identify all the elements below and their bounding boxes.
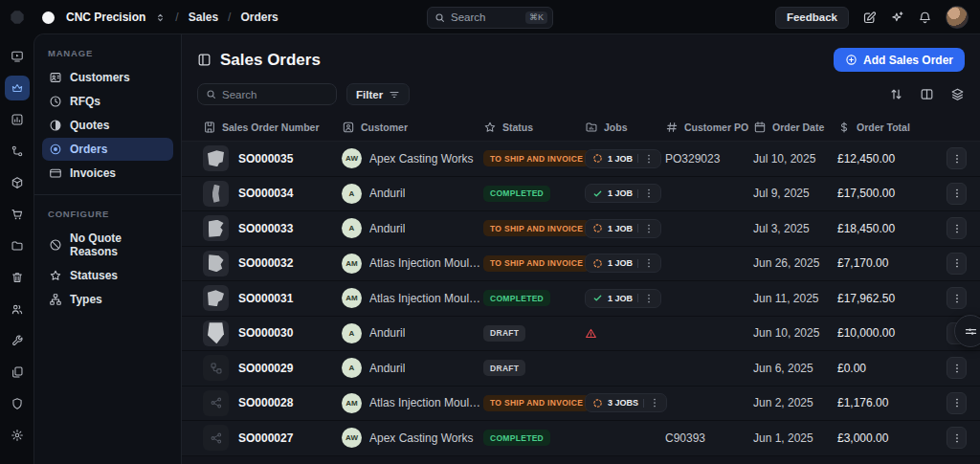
row-menu-button[interactable] <box>947 392 967 414</box>
filter-button[interactable]: Filter <box>346 83 410 105</box>
compose-icon[interactable] <box>862 11 877 25</box>
row-menu-button[interactable] <box>947 253 967 275</box>
sales-order-number[interactable]: SO000029 <box>238 362 293 375</box>
table-row[interactable]: SO000030 A Anduril DRAFT Jun 10, 2025 £1… <box>182 317 980 352</box>
jobs-chip[interactable]: 1 JOB <box>585 184 661 203</box>
jobs-chip[interactable]: 3 JOBS <box>585 393 667 412</box>
rail-item-settings[interactable] <box>5 423 30 448</box>
customer-name[interactable]: Anduril <box>369 326 405 340</box>
sidebar-item-customers[interactable]: Customers <box>42 66 173 89</box>
layers-icon[interactable] <box>950 87 965 101</box>
sort-icon[interactable] <box>889 87 903 101</box>
column-header-jobs[interactable]: Jobs <box>585 121 665 134</box>
customer-name[interactable]: Anduril <box>369 187 405 200</box>
sales-order-number[interactable]: SO000028 <box>238 396 293 409</box>
rail-item-documents[interactable] <box>5 360 30 385</box>
jobs-menu-icon[interactable] <box>643 223 655 234</box>
jobs-chip[interactable]: 1 JOB <box>585 219 661 238</box>
column-header-sales-order-number[interactable]: Sales Order Number <box>203 121 342 134</box>
row-menu-button[interactable] <box>947 183 967 205</box>
rail-item-workflow[interactable] <box>5 139 30 164</box>
jobs-menu-icon[interactable] <box>643 153 655 165</box>
feedback-button[interactable]: Feedback <box>775 7 849 29</box>
breadcrumb-sales[interactable]: Sales <box>189 11 218 24</box>
sidebar-item-statuses[interactable]: Statuses <box>42 264 173 287</box>
table-row[interactable]: SO000034 A Anduril COMPLETED 1 JOB Jul 9… <box>182 177 980 212</box>
part-thumbnail[interactable] <box>203 285 229 311</box>
sidebar-item-rfqs[interactable]: RFQs <box>42 90 173 113</box>
bell-icon[interactable] <box>918 11 932 25</box>
rail-item-tools[interactable] <box>5 328 30 353</box>
jobs-chip[interactable]: 1 JOB <box>585 289 661 308</box>
table-row[interactable]: SO000031 AM Atlas Injection Moulding COM… <box>182 281 980 317</box>
sales-order-number[interactable]: SO000031 <box>238 292 293 305</box>
sales-order-number[interactable]: SO000035 <box>238 152 293 166</box>
org-name[interactable]: CNC Precision <box>66 11 145 24</box>
jobs-chip[interactable]: 1 JOB <box>585 254 661 273</box>
rail-item-parts[interactable] <box>5 170 30 195</box>
jobs-chip[interactable]: 1 JOB <box>585 149 661 168</box>
row-menu-button[interactable] <box>947 287 967 309</box>
sales-order-number[interactable]: SO000034 <box>238 187 293 200</box>
org-avatar[interactable] <box>42 11 55 24</box>
table-search-input[interactable]: Search <box>197 83 337 105</box>
rail-item-people[interactable] <box>5 297 30 321</box>
sidebar-item-types[interactable]: Types <box>42 288 173 311</box>
rail-item-files[interactable] <box>5 233 30 258</box>
part-thumbnail[interactable] <box>203 251 229 276</box>
part-placeholder-thumbnail[interactable] <box>203 390 229 416</box>
rail-item-bin[interactable] <box>5 265 30 290</box>
table-row[interactable]: SO000029 A Anduril DRAFT Jun 6, 2025 £0.… <box>182 351 980 387</box>
table-row[interactable]: SO000032 AM Atlas Injection Moulding TO … <box>182 247 980 282</box>
rail-item-crown[interactable] <box>5 76 30 100</box>
part-thumbnail[interactable] <box>203 181 229 207</box>
row-menu-button[interactable] <box>947 427 967 449</box>
chevrons-up-down-icon[interactable] <box>155 12 166 23</box>
rail-item-security[interactable] <box>5 391 30 416</box>
table-row[interactable]: SO000033 A Anduril TO SHIP AND INVOICE 1… <box>182 211 980 247</box>
rail-item-purchasing[interactable] <box>5 202 30 227</box>
global-search[interactable]: Search ⌘K <box>427 7 553 29</box>
column-header-status[interactable]: Status <box>483 121 585 134</box>
row-menu-button[interactable] <box>947 357 967 379</box>
sidebar-item-invoices[interactable]: Invoices <box>42 162 173 185</box>
customer-name[interactable]: Apex Casting Works <box>369 152 474 166</box>
column-header-order-total[interactable]: Order Total <box>837 121 931 134</box>
jobs-menu-icon[interactable] <box>643 293 655 304</box>
table-row[interactable]: SO000027 AW Apex Casting Works COMPLETED… <box>182 421 980 456</box>
column-header-customer-po[interactable]: Customer PO <box>665 121 753 134</box>
part-placeholder-thumbnail[interactable] <box>203 355 229 381</box>
rail-item-monitor[interactable] <box>5 44 30 69</box>
table-row[interactable]: SO000035 AW Apex Casting Works TO SHIP A… <box>182 142 980 177</box>
row-menu-button[interactable] <box>947 217 967 239</box>
customer-name[interactable]: Apex Casting Works <box>369 431 474 445</box>
sidebar-item-quotes[interactable]: Quotes <box>42 114 173 137</box>
sales-order-number[interactable]: SO000030 <box>238 326 293 340</box>
customer-name[interactable]: Atlas Injection Moulding <box>369 292 483 305</box>
customer-name[interactable]: Atlas Injection Moulding <box>369 396 483 409</box>
jobs-warning-icon[interactable] <box>585 327 597 340</box>
sidebar-item-orders[interactable]: Orders <box>42 138 173 161</box>
rail-item-analytics[interactable] <box>5 107 30 132</box>
part-thumbnail[interactable] <box>203 320 229 346</box>
table-row[interactable]: SO000028 AM Atlas Injection Moulding TO … <box>182 387 980 422</box>
add-sales-order-button[interactable]: Add Sales Order <box>834 48 965 72</box>
part-thumbnail[interactable] <box>203 145 229 171</box>
columns-icon[interactable] <box>920 87 934 101</box>
column-header-customer[interactable]: Customer <box>342 121 483 134</box>
sales-order-number[interactable]: SO000032 <box>238 256 293 270</box>
sales-order-number[interactable]: SO000033 <box>238 222 293 235</box>
jobs-menu-icon[interactable] <box>643 257 655 269</box>
part-placeholder-thumbnail[interactable] <box>203 425 229 451</box>
customer-name[interactable]: Atlas Injection Moulding <box>369 256 483 270</box>
customer-name[interactable]: Anduril <box>369 222 405 235</box>
row-menu-button[interactable] <box>947 147 967 169</box>
sidebar-item-no-quote-reasons[interactable]: No Quote Reasons <box>42 227 173 263</box>
breadcrumb-orders[interactable]: Orders <box>240 11 278 24</box>
jobs-menu-icon[interactable] <box>649 397 660 409</box>
column-header-order-date[interactable]: Order Date <box>753 121 837 134</box>
jobs-menu-icon[interactable] <box>643 188 655 199</box>
user-avatar[interactable] <box>946 6 969 29</box>
part-thumbnail[interactable] <box>203 215 229 241</box>
customer-name[interactable]: Anduril <box>369 362 405 375</box>
